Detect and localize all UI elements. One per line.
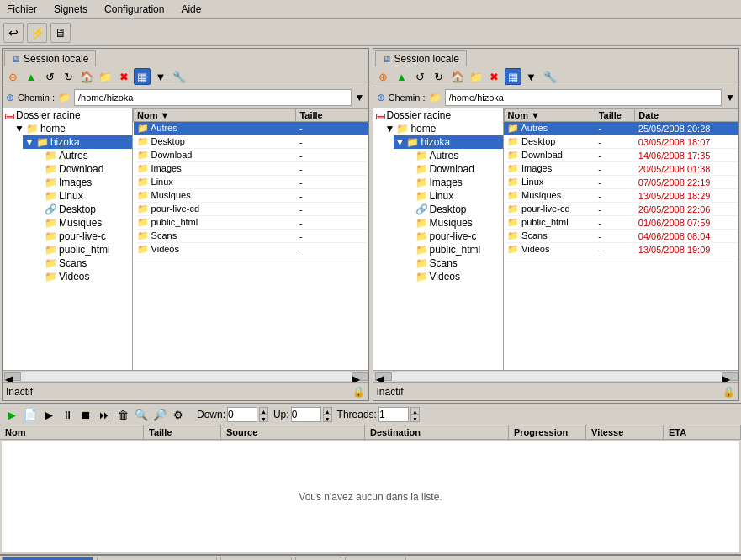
s-stop-btn-r[interactable]: ✖ bbox=[486, 68, 503, 85]
th-source[interactable]: Source bbox=[221, 425, 365, 439]
s-view-btn-l[interactable]: ▦ bbox=[134, 68, 151, 85]
tree-images-right[interactable]: 📁Images bbox=[414, 176, 503, 189]
s-settings-btn-l[interactable]: 🔧 bbox=[171, 68, 188, 85]
tree-desktop-left[interactable]: 🔗Desktop bbox=[43, 203, 132, 216]
down-down-arrow[interactable]: ▼ bbox=[259, 415, 268, 422]
transfer-skip-btn[interactable]: ⏭ bbox=[96, 406, 113, 423]
table-row[interactable]: 📁 Musiques- bbox=[134, 189, 368, 203]
th-destination[interactable]: Destination bbox=[365, 425, 509, 439]
transfer-pause-btn[interactable]: ⏸ bbox=[59, 406, 76, 423]
table-row[interactable]: 📁 pour-live-cd-26/05/2008 22:06 bbox=[504, 203, 738, 216]
s-refresh2-btn-r[interactable]: ↻ bbox=[431, 68, 447, 85]
tab-debit[interactable]: 📈 Débit bbox=[345, 557, 406, 560]
transfer-play-btn[interactable]: ▶ bbox=[40, 406, 57, 423]
col-nom-right[interactable]: Nom ▼ bbox=[504, 109, 595, 122]
s-home-btn-r[interactable]: 🏠 bbox=[449, 68, 466, 85]
tab-threads[interactable]: ☐ Threads bbox=[220, 557, 292, 560]
tab-file-attente[interactable]: ▤ File d'attente bbox=[2, 557, 93, 560]
table-row[interactable]: 📁 Download- bbox=[134, 149, 368, 162]
scrollbar-h-right[interactable]: ◀ ▶ bbox=[373, 370, 739, 382]
s-filter-btn-r[interactable]: ▼ bbox=[523, 68, 540, 85]
tree-linux-right[interactable]: 📁Linux bbox=[414, 189, 503, 203]
tree-videos-right[interactable]: 📁Videos bbox=[414, 270, 503, 283]
tree-publichtml-right[interactable]: 📁public_html bbox=[414, 243, 503, 256]
table-row[interactable]: 📁 Autres-25/05/2008 20:28 bbox=[504, 122, 738, 135]
s-connect-btn-r[interactable]: ⊕ bbox=[375, 68, 392, 85]
s-refresh-btn-r[interactable]: ↺ bbox=[412, 68, 429, 85]
transfer-file-btn[interactable]: 📄 bbox=[22, 406, 39, 423]
path-input-left[interactable] bbox=[74, 89, 352, 106]
table-row[interactable]: 📁 Scans-04/06/2008 08:04 bbox=[504, 230, 738, 243]
table-row[interactable]: 📁 Linux- bbox=[134, 176, 368, 189]
transfer-search2-btn[interactable]: 🔎 bbox=[151, 406, 168, 423]
tree-home-right[interactable]: ▼ 📁 home bbox=[384, 122, 503, 135]
threads-down-arrow[interactable]: ▼ bbox=[410, 415, 420, 422]
tree-autres-right[interactable]: 📁Autres bbox=[414, 149, 503, 162]
col-taille-left[interactable]: Taille bbox=[296, 109, 368, 122]
up-input[interactable] bbox=[291, 407, 321, 422]
table-row[interactable]: 📁 Desktop-03/05/2008 18:07 bbox=[504, 135, 738, 149]
table-row[interactable]: 📁 pour-live-cd- bbox=[134, 203, 368, 216]
th-taille[interactable]: Taille bbox=[144, 425, 221, 439]
toolbar-lightning-btn[interactable]: ⚡ bbox=[27, 23, 47, 43]
table-row[interactable]: 📁 Images- bbox=[134, 162, 368, 176]
th-eta[interactable]: ETA bbox=[664, 425, 741, 439]
scroll-right-btn-l[interactable]: ▶ bbox=[352, 372, 368, 381]
th-vitesse[interactable]: Vitesse bbox=[586, 425, 664, 439]
table-row[interactable]: 📁 Autres- bbox=[134, 122, 368, 135]
threads-input[interactable] bbox=[378, 407, 409, 422]
threads-up-arrow[interactable]: ▲ bbox=[410, 407, 420, 415]
tree-home-left[interactable]: ▼ 📁 home bbox=[13, 122, 132, 135]
tree-musiques-right[interactable]: 📁Musiques bbox=[414, 216, 503, 230]
s-filter-btn-l[interactable]: ▼ bbox=[152, 68, 169, 85]
menu-fichier[interactable]: Fichier bbox=[3, 2, 40, 17]
transfer-add-btn[interactable]: ▶ bbox=[3, 406, 20, 423]
tree-download-right[interactable]: 📁Download bbox=[414, 162, 503, 176]
up-up-arrow[interactable]: ▲ bbox=[323, 407, 332, 415]
scroll-left-btn-l[interactable]: ◀ bbox=[4, 372, 21, 381]
down-input[interactable] bbox=[227, 407, 257, 422]
path-dropdown-right[interactable]: ▼ bbox=[725, 92, 735, 103]
table-row[interactable]: 📁 Musiques-13/05/2008 18:29 bbox=[504, 189, 738, 203]
s-bookmark-btn-l[interactable]: 📁 bbox=[97, 68, 114, 85]
s-bookmark-btn-r[interactable]: 📁 bbox=[468, 68, 484, 85]
s-view-btn-r[interactable]: ▦ bbox=[505, 68, 521, 85]
table-row[interactable]: 📁 Desktop- bbox=[134, 135, 368, 149]
table-row[interactable]: 📁 Linux-07/05/2008 22:19 bbox=[504, 176, 738, 189]
tree-scans-left[interactable]: 📁Scans bbox=[43, 256, 132, 270]
path-dropdown-left[interactable]: ▼ bbox=[355, 92, 365, 103]
tree-pourlive-left[interactable]: 📁pour-live-c bbox=[43, 230, 132, 243]
transfer-clear-btn[interactable]: 🗑 bbox=[114, 406, 131, 423]
tree-pourlive-right[interactable]: 📁pour-live-c bbox=[414, 230, 503, 243]
menu-signets[interactable]: Signets bbox=[50, 2, 91, 17]
transfer-search-btn[interactable]: 🔍 bbox=[133, 406, 150, 423]
session-tab-right[interactable]: 🖥 Session locale bbox=[375, 50, 467, 66]
scroll-left-btn-r[interactable]: ◀ bbox=[375, 372, 392, 381]
tree-scans-right[interactable]: 📁Scans bbox=[414, 256, 503, 270]
table-row[interactable]: 📁 Videos- bbox=[134, 243, 368, 256]
table-row[interactable]: 📁 public_html- bbox=[134, 216, 368, 230]
col-taille-right[interactable]: Taille bbox=[595, 109, 635, 122]
tree-hizoka-right[interactable]: ▼ 📁 hizoka bbox=[394, 135, 503, 149]
s-up-btn-l[interactable]: ▲ bbox=[23, 68, 40, 85]
transfer-stop-btn[interactable]: ⏹ bbox=[77, 406, 94, 423]
table-row[interactable]: 📁 Videos-13/05/2008 19:09 bbox=[504, 243, 738, 256]
transfer-filter-btn[interactable]: ⚙ bbox=[170, 406, 187, 423]
tree-videos-left[interactable]: 📁Videos bbox=[43, 270, 132, 283]
table-row[interactable]: 📁 Images-20/05/2008 01:38 bbox=[504, 162, 738, 176]
tab-log[interactable]: ℹ Log bbox=[295, 557, 341, 560]
table-row[interactable]: 📁 Download-14/06/2008 17:35 bbox=[504, 149, 738, 162]
tree-download-left[interactable]: 📁Download bbox=[43, 162, 132, 176]
col-nom-left[interactable]: Nom ▼ bbox=[134, 109, 296, 122]
s-up-btn-r[interactable]: ▲ bbox=[394, 68, 410, 85]
tab-transferts-echoues[interactable]: ⊗ Transferts échoués bbox=[97, 557, 216, 560]
table-row[interactable]: 📁 Scans- bbox=[134, 230, 368, 243]
s-home-btn-l[interactable]: 🏠 bbox=[78, 68, 95, 85]
tree-linux-left[interactable]: 📁Linux bbox=[43, 189, 132, 203]
tree-musiques-left[interactable]: 📁Musiques bbox=[43, 216, 132, 230]
s-connect-btn-l[interactable]: ⊕ bbox=[4, 68, 21, 85]
path-input-right[interactable] bbox=[445, 89, 722, 106]
menu-configuration[interactable]: Configuration bbox=[101, 2, 167, 17]
toolbar-info-btn[interactable]: 🖥 bbox=[50, 23, 71, 43]
s-settings-btn-r[interactable]: 🔧 bbox=[542, 68, 558, 85]
